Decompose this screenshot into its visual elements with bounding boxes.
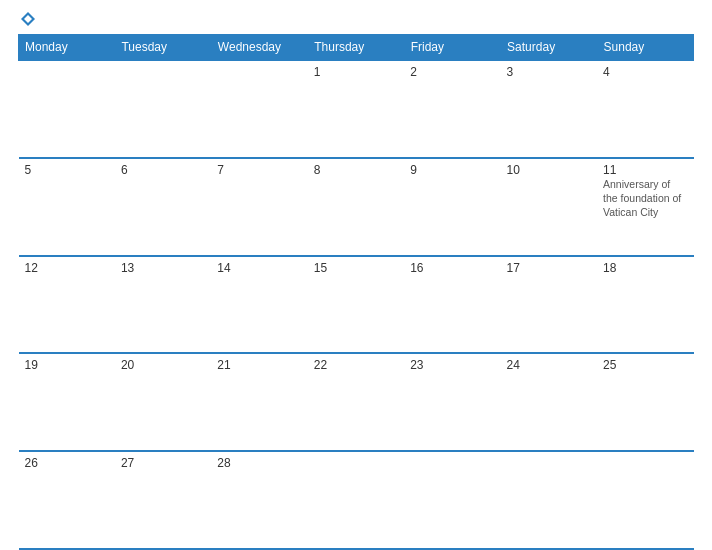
day-number: 18 — [603, 261, 687, 275]
calendar-week-row: 1234 — [19, 60, 694, 158]
day-number: 5 — [25, 163, 109, 177]
calendar-week-row: 12131415161718 — [19, 256, 694, 354]
calendar-cell — [308, 451, 404, 549]
day-number: 22 — [314, 358, 398, 372]
day-number: 11 — [603, 163, 687, 177]
event-label: Anniversary of the foundation of Vatican… — [603, 178, 681, 218]
day-number: 13 — [121, 261, 205, 275]
day-number: 8 — [314, 163, 398, 177]
day-number: 26 — [25, 456, 109, 470]
calendar-cell: 9 — [404, 158, 500, 256]
calendar-week-row: 262728 — [19, 451, 694, 549]
calendar-cell — [19, 60, 115, 158]
calendar-header — [0, 0, 712, 34]
calendar-cell: 7 — [211, 158, 307, 256]
col-header-sunday: Sunday — [597, 35, 693, 61]
calendar-cell: 28 — [211, 451, 307, 549]
calendar-cell: 25 — [597, 353, 693, 451]
calendar-cell: 5 — [19, 158, 115, 256]
calendar-cell — [404, 451, 500, 549]
day-number: 20 — [121, 358, 205, 372]
day-number: 9 — [410, 163, 494, 177]
logo-icon — [19, 10, 37, 28]
day-number: 19 — [25, 358, 109, 372]
col-header-thursday: Thursday — [308, 35, 404, 61]
calendar-cell: 11Anniversary of the foundation of Vatic… — [597, 158, 693, 256]
calendar-cell: 10 — [501, 158, 597, 256]
calendar-cell: 1 — [308, 60, 404, 158]
col-header-saturday: Saturday — [501, 35, 597, 61]
day-number: 3 — [507, 65, 591, 79]
calendar-cell: 17 — [501, 256, 597, 354]
calendar-cell: 26 — [19, 451, 115, 549]
calendar-cell: 8 — [308, 158, 404, 256]
calendar-cell: 16 — [404, 256, 500, 354]
calendar-cell: 6 — [115, 158, 211, 256]
calendar-cell: 24 — [501, 353, 597, 451]
day-number: 12 — [25, 261, 109, 275]
day-number: 4 — [603, 65, 687, 79]
calendar-cell — [211, 60, 307, 158]
day-number: 1 — [314, 65, 398, 79]
calendar-cell: 22 — [308, 353, 404, 451]
calendar-cell: 12 — [19, 256, 115, 354]
calendar-cell: 27 — [115, 451, 211, 549]
calendar-cell: 21 — [211, 353, 307, 451]
day-number: 27 — [121, 456, 205, 470]
calendar-cell: 19 — [19, 353, 115, 451]
calendar-cell: 20 — [115, 353, 211, 451]
calendar-cell: 23 — [404, 353, 500, 451]
calendar-cell: 4 — [597, 60, 693, 158]
logo — [18, 10, 38, 28]
day-number: 10 — [507, 163, 591, 177]
col-header-wednesday: Wednesday — [211, 35, 307, 61]
day-number: 14 — [217, 261, 301, 275]
calendar-page: MondayTuesdayWednesdayThursdayFridaySatu… — [0, 0, 712, 550]
calendar-week-row: 567891011Anniversary of the foundation o… — [19, 158, 694, 256]
day-number: 21 — [217, 358, 301, 372]
calendar-week-row: 19202122232425 — [19, 353, 694, 451]
calendar-cell: 3 — [501, 60, 597, 158]
day-number: 17 — [507, 261, 591, 275]
calendar-cell: 18 — [597, 256, 693, 354]
col-header-monday: Monday — [19, 35, 115, 61]
day-number: 28 — [217, 456, 301, 470]
day-number: 15 — [314, 261, 398, 275]
col-header-tuesday: Tuesday — [115, 35, 211, 61]
calendar-cell: 2 — [404, 60, 500, 158]
calendar-cell: 13 — [115, 256, 211, 354]
day-number: 6 — [121, 163, 205, 177]
day-number: 23 — [410, 358, 494, 372]
day-number: 25 — [603, 358, 687, 372]
calendar-header-row: MondayTuesdayWednesdayThursdayFridaySatu… — [19, 35, 694, 61]
calendar-cell — [501, 451, 597, 549]
day-number: 2 — [410, 65, 494, 79]
day-number: 7 — [217, 163, 301, 177]
calendar-cell: 15 — [308, 256, 404, 354]
col-header-friday: Friday — [404, 35, 500, 61]
day-number: 24 — [507, 358, 591, 372]
day-number: 16 — [410, 261, 494, 275]
calendar-table: MondayTuesdayWednesdayThursdayFridaySatu… — [18, 34, 694, 550]
calendar-cell — [115, 60, 211, 158]
calendar-cell: 14 — [211, 256, 307, 354]
calendar-cell — [597, 451, 693, 549]
